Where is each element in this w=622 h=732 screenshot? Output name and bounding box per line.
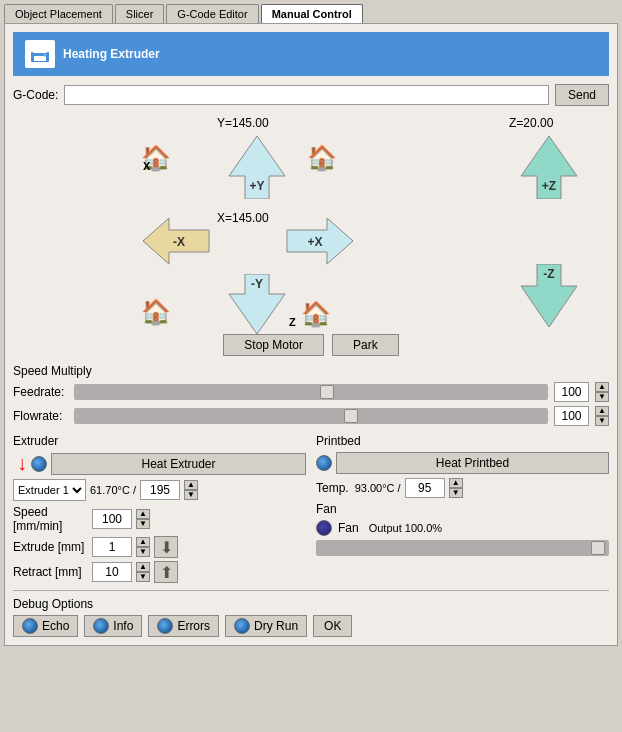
- svg-rect-2: [34, 56, 46, 61]
- printbed-title: Printbed: [316, 434, 609, 448]
- tab-object-placement[interactable]: Object Placement: [4, 4, 113, 23]
- printbed-temp-row: Temp. 93.00°C / ▲ ▼: [316, 478, 609, 498]
- lower-section: Extruder ↓ Heat Extruder Extruder 1 Extr…: [13, 434, 609, 586]
- retract-input[interactable]: [92, 562, 132, 582]
- header-bar: Heating Extruder: [13, 32, 609, 76]
- fan-title: Fan: [316, 502, 609, 516]
- flowrate-value[interactable]: [554, 406, 589, 426]
- home-z-button[interactable]: 🏠: [301, 300, 331, 328]
- extrude-spinner: ▲ ▼: [136, 537, 150, 557]
- debug-row: Echo Info Errors Dry Run OK: [13, 615, 609, 637]
- extruder-temp-up[interactable]: ▲: [184, 480, 198, 490]
- debug-section: Debug Options Echo Info Errors Dry Run O…: [13, 590, 609, 637]
- flowrate-label: Flowrate:: [13, 409, 68, 423]
- feedrate-up[interactable]: ▲: [595, 382, 609, 392]
- heat-extruder-button[interactable]: Heat Extruder: [51, 453, 306, 475]
- tab-slicer[interactable]: Slicer: [115, 4, 165, 23]
- fan-label: Fan: [338, 521, 359, 535]
- extrude-input[interactable]: [92, 537, 132, 557]
- minus-z-button[interactable]: -Z: [519, 264, 579, 332]
- info-led: [93, 618, 109, 634]
- xy-container: Y=145.00 🏠 X +Y 🏠 X=145.00: [137, 116, 367, 326]
- speed-section: Speed Multiply Feedrate: ▲ ▼ Flowrate: ▲…: [13, 364, 609, 426]
- retract-up[interactable]: ▲: [136, 562, 150, 572]
- speed-mm-up[interactable]: ▲: [136, 509, 150, 519]
- ok-button[interactable]: OK: [313, 615, 352, 637]
- home-z-left-button[interactable]: 🏠: [141, 298, 171, 326]
- plus-z-button[interactable]: +Z: [519, 134, 579, 202]
- red-arrow-icon: ↓: [17, 452, 27, 475]
- dry-run-button[interactable]: Dry Run: [225, 615, 307, 637]
- flowrate-down[interactable]: ▼: [595, 416, 609, 426]
- speed-mm-label: Speed [mm/min]: [13, 505, 88, 533]
- minus-x-button[interactable]: -X: [141, 216, 211, 269]
- fan-section: Fan Fan Output 100.0%: [316, 502, 609, 556]
- tab-manual-control[interactable]: Manual Control: [261, 4, 363, 23]
- heat-printbed-button[interactable]: Heat Printbed: [336, 452, 609, 474]
- errors-led: [157, 618, 173, 634]
- printbed-led: [316, 455, 332, 471]
- errors-button[interactable]: Errors: [148, 615, 219, 637]
- z-label: Z: [289, 316, 296, 328]
- printbed-temp-target[interactable]: [405, 478, 445, 498]
- dry-run-led: [234, 618, 250, 634]
- minus-y-button[interactable]: -Y: [227, 274, 287, 339]
- heat-extruder-row: ↓ Heat Extruder: [13, 452, 306, 475]
- plus-y-button[interactable]: +Y: [227, 134, 287, 202]
- flowrate-slider[interactable]: [74, 408, 548, 424]
- svg-text:+X: +X: [307, 235, 322, 249]
- feedrate-value[interactable]: [554, 382, 589, 402]
- feedrate-label: Feedrate:: [13, 385, 68, 399]
- svg-text:-Y: -Y: [251, 277, 263, 291]
- extruder-select[interactable]: Extruder 1 Extruder 2: [13, 479, 86, 501]
- svg-point-3: [44, 54, 47, 57]
- extruder-temp-down[interactable]: ▼: [184, 490, 198, 500]
- retract-down[interactable]: ▼: [136, 572, 150, 582]
- svg-text:+Y: +Y: [249, 179, 264, 193]
- echo-button[interactable]: Echo: [13, 615, 78, 637]
- flowrate-spinner: ▲ ▼: [595, 406, 609, 426]
- z-container: Z=20.00 +Z -Z: [499, 116, 599, 326]
- printbed-temp-down[interactable]: ▼: [449, 488, 463, 498]
- speed-mm-row: Speed [mm/min] ▲ ▼: [13, 505, 306, 533]
- extruder-temp-target[interactable]: [140, 480, 180, 500]
- extrude-action-button[interactable]: ⬇: [154, 536, 178, 558]
- home-x-label: X: [143, 160, 150, 172]
- fan-row: Fan Output 100.0%: [316, 520, 609, 536]
- home-y-button[interactable]: 🏠: [307, 144, 337, 172]
- printbed-temp-spinner: ▲ ▼: [449, 478, 463, 498]
- gcode-label: G-Code:: [13, 88, 58, 102]
- printer-icon: [25, 40, 55, 68]
- z-section: Z=20.00 +Z -Z: [499, 116, 609, 326]
- printbed-temp-up[interactable]: ▲: [449, 478, 463, 488]
- info-button[interactable]: Info: [84, 615, 142, 637]
- fan-slider[interactable]: [316, 540, 609, 556]
- svg-rect-1: [33, 46, 47, 53]
- extrude-up[interactable]: ▲: [136, 537, 150, 547]
- speed-mm-down[interactable]: ▼: [136, 519, 150, 529]
- feedrate-down[interactable]: ▼: [595, 392, 609, 402]
- send-button[interactable]: Send: [555, 84, 609, 106]
- flowrate-row: Flowrate: ▲ ▼: [13, 406, 609, 426]
- gcode-input[interactable]: [64, 85, 549, 105]
- retract-action-button[interactable]: ⬆: [154, 561, 178, 583]
- z-position-label: Z=20.00: [509, 116, 553, 130]
- feedrate-slider[interactable]: [74, 384, 548, 400]
- speed-mm-input[interactable]: [92, 509, 132, 529]
- heat-printbed-row: Heat Printbed: [316, 452, 609, 474]
- printbed-fan-section: Printbed Heat Printbed Temp. 93.00°C / ▲…: [316, 434, 609, 586]
- extrude-down[interactable]: ▼: [136, 547, 150, 557]
- retract-label: Retract [mm]: [13, 565, 88, 579]
- fan-output: Output 100.0%: [369, 522, 442, 534]
- printbed-temp-actual: 93.00°C /: [355, 482, 401, 494]
- flowrate-up[interactable]: ▲: [595, 406, 609, 416]
- extrude-row: Extrude [mm] ▲ ▼ ⬇: [13, 536, 306, 558]
- main-panel: Heating Extruder G-Code: Send Y=145.00 🏠…: [4, 23, 618, 646]
- plus-x-button[interactable]: +X: [285, 216, 355, 269]
- y-position-label: Y=145.00: [217, 116, 269, 130]
- extruder-title: Extruder: [13, 434, 306, 448]
- park-button[interactable]: Park: [332, 334, 399, 356]
- tab-gcode-editor[interactable]: G-Code Editor: [166, 4, 258, 23]
- svg-text:-Z: -Z: [543, 267, 554, 281]
- printbed-temp-label: Temp.: [316, 481, 349, 495]
